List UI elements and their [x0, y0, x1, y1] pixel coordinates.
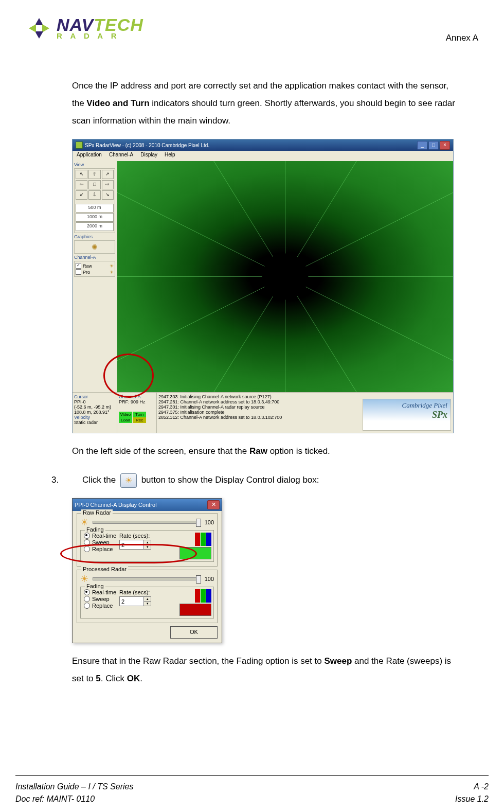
proc-colorbars[interactable] — [195, 589, 211, 603]
svg-point-14 — [262, 254, 309, 300]
range-500m[interactable]: 500 m — [76, 204, 114, 213]
indicator-rec: Rec — [133, 417, 146, 423]
footer-row-2: Doc ref: MAINT- 0110 Issue 1.2 — [15, 795, 489, 804]
cambridge-pixel-logo: Cambridge Pixel SPx — [363, 399, 451, 431]
nav-btn-right[interactable]: ⇨ — [102, 180, 114, 189]
dialog-title: PPI-0 Channel-A Display Control — [75, 502, 157, 508]
raw-opt-rt: Real-time — [92, 533, 116, 539]
nav-btn-upleft[interactable]: ↖ — [76, 170, 87, 179]
step3-a: Click the — [82, 475, 118, 485]
proc-rate-value: 2 — [120, 598, 143, 605]
proc-opt-sweep: Sweep — [92, 596, 110, 602]
raw-colorbars[interactable] — [195, 533, 211, 546]
p2-bold: Raw — [249, 446, 267, 456]
step-3-text: Click the ☀ button to show the Display C… — [82, 471, 319, 489]
raw-rate-input[interactable]: 2 ▴▾ — [119, 540, 151, 550]
raw-sun-icon[interactable]: ☀ — [110, 263, 114, 269]
pro-checkbox[interactable] — [76, 269, 81, 275]
navtech-logo: NAVTECH R A D A R — [26, 15, 143, 41]
nav-btn-up[interactable]: ⇧ — [88, 170, 100, 179]
raw-fading-group: Fading Real-time Sweep Replace Rate (sec… — [80, 530, 214, 562]
raw-preview — [179, 547, 211, 559]
proc-rate-up[interactable]: ▴ — [143, 597, 151, 602]
footer-rule — [15, 775, 489, 776]
p3-d: . Click — [101, 674, 127, 683]
raw-rate-up[interactable]: ▴ — [143, 540, 151, 545]
proc-fading-legend: Fading — [85, 583, 105, 589]
raw-label: Raw — [83, 263, 92, 269]
nav-btn-downright[interactable]: ↘ — [102, 190, 114, 200]
proc-rate-down[interactable]: ▾ — [143, 602, 151, 606]
processed-radar-legend: Processed Radar — [81, 566, 128, 572]
dialog-close-button[interactable]: ✕ — [207, 500, 220, 509]
annex-label: Annex A — [446, 33, 478, 46]
page-header: NAVTECH R A D A R Annex A — [26, 10, 478, 46]
p3-b1: Sweep — [324, 656, 352, 666]
footer-left-2: Doc ref: MAINT- 0110 — [15, 795, 95, 804]
p3-e: . — [140, 674, 142, 683]
menu-application[interactable]: Application — [77, 152, 102, 161]
radar-display[interactable] — [117, 161, 453, 392]
raw-rate-down[interactable]: ▾ — [143, 545, 151, 549]
raw-radio-replace[interactable] — [84, 546, 90, 552]
view-group: ↖ ⇧ ↗ ⇦ □ ⇨ ↙ ⇩ ↘ 500 m — [74, 168, 115, 233]
pro-sun-icon[interactable]: ☀ — [110, 270, 114, 275]
svg-point-0 — [37, 26, 42, 31]
range-2000m[interactable]: 2000 m — [76, 222, 114, 231]
raw-opt-replace: Replace — [92, 546, 113, 552]
step-3-number: 3. — [51, 471, 62, 489]
menu-channel-a[interactable]: Channel-A — [109, 152, 133, 161]
radarview-side-panel: View ↖ ⇧ ↗ ⇦ □ ⇨ ↙ ⇩ ↘ — [73, 161, 117, 392]
proc-rate-input[interactable]: 2 ▴▾ — [119, 596, 151, 606]
proc-brightness-slider[interactable] — [93, 577, 201, 580]
navtech-logo-icon — [26, 15, 52, 41]
graphics-label: Graphics — [74, 234, 115, 239]
cursor-ppi: PPI-0 — [74, 399, 115, 404]
proc-rate-label: Rate (secs): — [119, 589, 151, 595]
raw-opt-sweep: Sweep — [92, 539, 110, 545]
paragraph-2: On the left side of the screen, ensure t… — [26, 443, 478, 460]
p3-b3: OK — [127, 674, 140, 683]
p2-b: option is ticked. — [267, 446, 330, 456]
raw-checkbox[interactable]: ✓ — [76, 263, 81, 269]
nav-btn-down[interactable]: ⇩ — [88, 190, 100, 200]
proc-opt-replace: Replace — [92, 603, 113, 609]
nav-btn-upright[interactable]: ↗ — [102, 170, 114, 179]
proc-brightness-value: 100 — [205, 576, 214, 582]
view-group-label: View — [74, 162, 115, 167]
prf-value: PRF: 909 Hz — [119, 399, 155, 404]
ok-button[interactable]: OK — [170, 626, 218, 639]
footer-right-1: A -2 — [474, 782, 489, 791]
raw-brightness-slider[interactable] — [93, 521, 201, 524]
range-1000m[interactable]: 1000 m — [76, 213, 114, 222]
raw-radio-realtime[interactable] — [84, 533, 90, 539]
proc-radio-realtime[interactable] — [84, 589, 90, 595]
radarview-bottom-panel: Cursor PPI-0 (-52.6 m, -95.2 m) 108.8 m,… — [73, 392, 453, 433]
menu-display[interactable]: Display — [140, 152, 157, 161]
proc-opt-rt: Real-time — [92, 589, 116, 595]
raw-radar-fieldset: Raw Radar ☀ 100 Fading Real-time Sweep R… — [77, 513, 218, 567]
menu-help[interactable]: Help — [165, 152, 175, 161]
velocity-label: Velocity — [74, 415, 115, 420]
close-button[interactable]: × — [440, 141, 450, 150]
proc-radio-sweep[interactable] — [84, 596, 90, 602]
logo-sub: R A D A R — [57, 31, 120, 40]
cpx-bot: SPx — [363, 410, 451, 420]
p3-a: Ensure that in the Raw Radar section, th… — [72, 656, 324, 666]
nav-btn-left[interactable]: ⇦ — [76, 180, 87, 189]
footer-row-1: Installation Guide – I / TS Series A -2 — [15, 782, 489, 791]
radarview-title: SPx RadarView - (c) 2008 - 2010 Cambridg… — [85, 143, 209, 148]
display-control-button-icon[interactable]: ☀ — [120, 473, 137, 488]
graphics-gear-icon[interactable]: ✺ — [92, 243, 98, 251]
maximize-button[interactable]: □ — [428, 141, 439, 150]
p2-a: On the left side of the screen, ensure t… — [72, 446, 249, 456]
minimize-button[interactable]: _ — [417, 141, 427, 150]
proc-radio-replace[interactable] — [84, 603, 90, 609]
proc-fading-group: Fading Real-time Sweep Replace Rate (sec… — [80, 587, 214, 619]
indicator-load: Load — [119, 417, 132, 423]
app-icon — [76, 142, 83, 149]
nav-btn-center[interactable]: □ — [88, 180, 100, 189]
logo-text: NAVTECH R A D A R — [57, 17, 143, 40]
nav-btn-downleft[interactable]: ↙ — [76, 190, 87, 200]
raw-radio-sweep[interactable] — [84, 539, 90, 545]
